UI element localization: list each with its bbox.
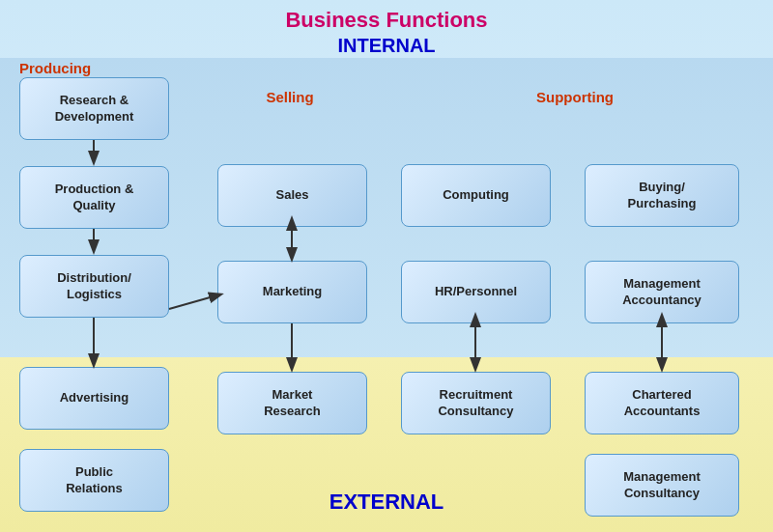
selling-header: Selling — [213, 89, 367, 105]
marketing-box: Marketing — [217, 261, 367, 323]
sales-box: Sales — [217, 164, 367, 227]
page-title: Business Functions — [0, 0, 773, 33]
market-research-box: MarketResearch — [217, 372, 367, 434]
research-development-box: Research &Development — [19, 77, 169, 140]
computing-box: Computing — [401, 164, 551, 227]
distribution-logistics-box: Distribution/Logistics — [19, 255, 169, 318]
management-consultancy-box: ManagementConsultancy — [585, 454, 739, 517]
external-label: EXTERNAL — [329, 490, 444, 515]
producing-header: Producing — [19, 60, 91, 76]
production-quality-box: Production &Quality — [19, 166, 169, 229]
svg-line-9 — [169, 294, 220, 309]
management-accountancy-box: ManagementAccountancy — [585, 261, 739, 323]
recruitment-consultancy-box: RecruitmentConsultancy — [401, 372, 551, 434]
chartered-accountants-box: CharteredAccountants — [585, 372, 739, 434]
supporting-header: Supporting — [406, 89, 744, 105]
buying-purchasing-box: Buying/Purchasing — [585, 164, 739, 227]
public-relations-box: PublicRelations — [19, 449, 169, 512]
advertising-box: Advertising — [19, 367, 169, 430]
main-container: Business Functions INTERNAL Producing Se… — [0, 0, 773, 532]
internal-label: INTERNAL — [0, 35, 773, 57]
hr-personnel-box: HR/Personnel — [401, 261, 551, 323]
content-layer: Business Functions INTERNAL Producing Se… — [0, 0, 773, 532]
